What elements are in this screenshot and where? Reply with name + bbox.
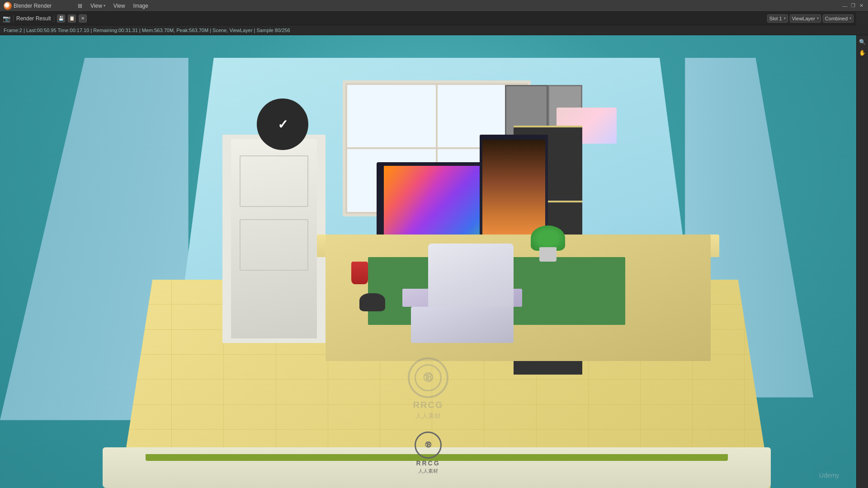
chair-seat (411, 307, 514, 343)
pan-tool-button[interactable]: ✋ (858, 48, 868, 58)
menu-bar: ⊞ View ▾ View Image (72, 0, 154, 11)
plant-pot-1 (539, 247, 557, 262)
render-canvas: ✓ (0, 35, 856, 488)
combined-selector[interactable]: Combined ▾ (823, 14, 854, 23)
combined-label: Combined (825, 16, 848, 21)
plant-1 (531, 225, 565, 262)
app-title-area: Blender Render (0, 2, 72, 10)
clock-checkmark-icon: ✓ (278, 117, 288, 132)
render-header-right: Slot 1 ▾ ViewLayer ▾ Combined ▾ (767, 14, 854, 23)
render-result-label: Render Result (16, 15, 51, 22)
save-render-button[interactable]: 💾 (57, 14, 65, 23)
mouse (359, 293, 385, 311)
restore-button[interactable]: ❐ (850, 3, 856, 9)
view-layer-selector[interactable]: ViewLayer ▾ (790, 14, 821, 23)
combined-arrow-icon: ▾ (849, 16, 851, 20)
door-panel (231, 139, 316, 338)
view-menu-arrow: ▾ (104, 4, 105, 8)
coffee-cup (351, 262, 368, 284)
blender-logo-icon (4, 2, 12, 10)
bottom-watermark-logo: ⑱ (415, 432, 442, 459)
wall-clock: ✓ (257, 99, 308, 150)
right-toolbar: 🔍 ✋ (856, 35, 868, 488)
watermark: ⑱ RRCG 人人素材 (408, 357, 448, 420)
render-header-left: 📷 Render Result 💾 📋 ✕ (3, 14, 87, 23)
view-layer-arrow-icon: ▾ (817, 16, 819, 20)
udemy-label: Udemy (819, 472, 839, 479)
close-button[interactable]: ✕ (858, 3, 864, 9)
slot-label: Slot 1 (769, 16, 782, 21)
status-text: Frame:2 | Last:00:50.95 Time:00:17.10 | … (4, 28, 290, 33)
image-menu-item[interactable]: Image (130, 2, 152, 10)
grid-menu-button[interactable]: ⊞ (74, 2, 86, 10)
render-scene: ✓ (0, 35, 856, 488)
window-controls: — ❐ ✕ (842, 3, 868, 9)
slot-arrow-icon: ▾ (784, 16, 786, 20)
watermark-sub-text: 人人素材 (415, 412, 441, 420)
render-result-header: 📷 Render Result 💾 📋 ✕ Slot 1 ▾ ViewLayer… (0, 12, 856, 25)
shelf-board-1 (514, 126, 582, 127)
view2-menu-item[interactable]: View (110, 2, 129, 10)
view-menu-item[interactable]: View ▾ (87, 2, 109, 10)
minimize-button[interactable]: — (842, 3, 848, 9)
bottom-watermark-text: RRCG (416, 460, 440, 467)
slot-selector[interactable]: Slot 1 ▾ (767, 14, 788, 23)
delete-render-button[interactable]: ✕ (79, 14, 87, 23)
title-bar: Blender Render ⊞ View ▾ View Image — ❐ ✕ (0, 0, 868, 12)
bottom-watermark: ⑱ RRCG 人人素材 (415, 432, 442, 474)
separator2 (54, 15, 54, 22)
app-title: Blender Render (14, 3, 52, 9)
copy-render-button[interactable]: 📋 (68, 14, 76, 23)
watermark-logo: ⑱ (408, 357, 448, 398)
watermark-inner-text: ⑱ (415, 364, 442, 391)
window-pane-tl (347, 85, 436, 147)
bottom-watermark-cn-text: 人人素材 (418, 468, 438, 474)
watermark-main-text: RRCG (413, 400, 443, 410)
zoom-tool-button[interactable]: 🔍 (858, 37, 868, 47)
view-layer-label: ViewLayer (792, 16, 815, 21)
separator (13, 15, 14, 22)
chair-back (428, 244, 514, 316)
status-bar: Frame:2 | Last:00:50.95 Time:00:17.10 | … (0, 25, 868, 35)
camera-icon: 📷 (3, 15, 10, 22)
